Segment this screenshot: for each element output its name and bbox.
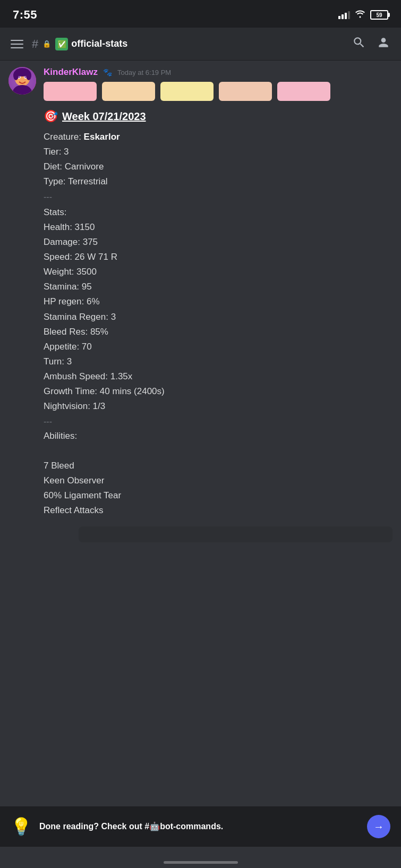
- stat-bleed-res: Bleed Res: 85%: [44, 325, 393, 339]
- verified-badge: ✅: [55, 38, 68, 50]
- signal-icon: [338, 11, 350, 19]
- swatch-4: [219, 82, 272, 101]
- search-icon[interactable]: [352, 36, 366, 53]
- stat-speed: Speed: 26 W 71 R: [44, 250, 393, 265]
- swatch-1: [44, 82, 97, 101]
- abilities-list: 7 Bleed Keen Observer 60% Ligament Tear …: [44, 444, 393, 518]
- wifi-icon: [354, 10, 366, 20]
- swatch-3: [160, 82, 214, 101]
- week-text: Week 07/21/2023: [62, 110, 146, 123]
- creature-tier-line: Tier: 3: [44, 144, 393, 159]
- stat-turn: Turn: 3: [44, 354, 393, 369]
- target-emoji: 🎯: [44, 109, 58, 123]
- divider-1: ---: [44, 192, 393, 202]
- banner-text: Done reading? Check out #🤖bot-commands.: [39, 821, 360, 832]
- ability-ligament-tear: 60% Ligament Tear: [44, 488, 393, 503]
- swatch-5: [277, 82, 330, 101]
- message-row: KinderKlawz 🐾 Today at 6:19 PM 🎯 Week 07…: [8, 67, 393, 547]
- chat-area: KinderKlawz 🐾 Today at 6:19 PM 🎯 Week 07…: [0, 61, 401, 547]
- channel-name-area: # 🔒 ✅ official-stats: [32, 37, 352, 51]
- ability-1: [44, 444, 393, 458]
- banner-arrow-button[interactable]: →: [367, 815, 390, 838]
- creature-diet-line: Diet: Carnivore: [44, 159, 393, 174]
- message-content: KinderKlawz 🐾 Today at 6:19 PM 🎯 Week 07…: [44, 67, 393, 547]
- abilities-label: Abilities:: [44, 431, 393, 441]
- battery-icon: 59: [370, 10, 388, 20]
- channel-hash-icon: #: [32, 37, 38, 51]
- hamburger-menu[interactable]: [11, 40, 23, 48]
- svg-point-9: [26, 71, 31, 80]
- stat-ambush-speed: Ambush Speed: 1.35x: [44, 369, 393, 384]
- lock-icon: 🔒: [42, 40, 51, 48]
- stat-appetite: Appetite: 70: [44, 339, 393, 354]
- status-icons: 59: [338, 10, 388, 20]
- status-bar: 7:55 59: [0, 0, 401, 28]
- creature-info: Creature: Eskarlor Tier: 3 Diet: Carnivo…: [44, 130, 393, 542]
- bottom-banner: 💡 Done reading? Check out #🤖bot-commands…: [0, 806, 401, 847]
- lightbulb-icon: 💡: [11, 816, 32, 837]
- header-actions: [352, 36, 390, 53]
- avatar: [8, 67, 36, 95]
- message-header: KinderKlawz 🐾 Today at 6:19 PM: [44, 67, 393, 78]
- svg-point-8: [13, 71, 19, 80]
- message-timestamp: Today at 6:19 PM: [117, 69, 171, 76]
- channel-title: official-stats: [71, 38, 127, 49]
- stat-stamina: Stamina: 95: [44, 279, 393, 294]
- stat-growth-time: Growth Time: 40 mins (2400s): [44, 384, 393, 399]
- stat-damage: Damage: 375: [44, 235, 393, 250]
- creature-type-line: Type: Terrestrial: [44, 174, 393, 189]
- ability-reflect-attacks: Reflect Attacks: [44, 503, 393, 518]
- stat-nightvision: Nightvision: 1/3: [44, 399, 393, 414]
- home-indicator: [164, 861, 238, 864]
- stat-weight: Weight: 3500: [44, 265, 393, 279]
- partial-card: [79, 526, 393, 542]
- username-emoji: 🐾: [103, 68, 112, 76]
- bot-emoji: 🤖: [149, 822, 160, 831]
- divider-2: ---: [44, 417, 393, 427]
- week-heading: 🎯 Week 07/21/2023: [44, 109, 393, 123]
- status-time: 7:55: [13, 8, 37, 22]
- swatch-2: [102, 82, 155, 101]
- stats-label: Stats:: [44, 205, 393, 220]
- stat-health: Health: 3150: [44, 220, 393, 235]
- creature-name-line: Creature: Eskarlor: [44, 130, 393, 144]
- ability-bleed: 7 Bleed: [44, 458, 393, 473]
- username: KinderKlawz: [44, 67, 98, 78]
- stat-hp-regen: HP regen: 6%: [44, 294, 393, 309]
- profile-icon[interactable]: [377, 36, 390, 53]
- swatches-row: [44, 82, 393, 101]
- arrow-icon: →: [373, 821, 384, 833]
- ability-keen-observer: Keen Observer: [44, 473, 393, 488]
- channel-header: # 🔒 ✅ official-stats: [0, 28, 401, 61]
- stat-stamina-regen: Stamina Regen: 3: [44, 310, 393, 325]
